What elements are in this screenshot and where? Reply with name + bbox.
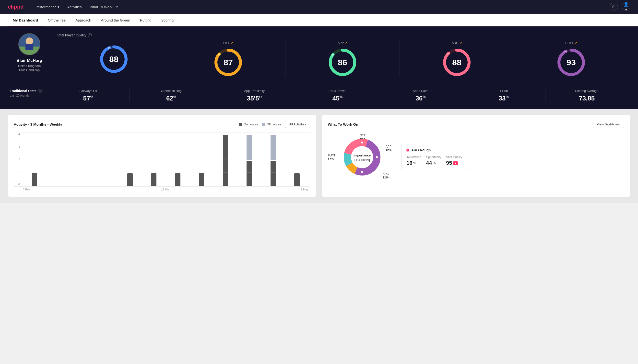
svg-rect-3 (26, 44, 33, 50)
arg-label: ARG ↗ (452, 41, 462, 45)
arg-arrow: ↗ (460, 41, 462, 45)
legend-on-course-dot (239, 123, 242, 126)
app-label: APP ↗ (338, 41, 347, 45)
stat-greens-in-reg-label: Greens In Reg (134, 89, 208, 93)
nav-activities[interactable]: Activities (67, 4, 82, 10)
bar-on-course (32, 173, 37, 186)
bar-on-course (223, 135, 228, 186)
score-card-app: APP ↗ 86 (285, 41, 400, 77)
info-metric-opportunity: Opportunity 44% (426, 156, 441, 166)
score-card-putt: PUTT ↗ 93 (514, 41, 628, 77)
bar-group (23, 135, 46, 186)
score-app-value: 86 (338, 58, 347, 67)
bar-on-course (199, 173, 204, 186)
stat-fairways-hit-label: Fairways Hit (51, 89, 126, 93)
activity-card-title: Activity - 3 Months - Weekly (14, 122, 62, 126)
what-to-work-on-card: What To Work On View Dashboard OTT 10% A… (322, 115, 630, 197)
activity-card: Activity - 3 Months - Weekly On course O… (8, 115, 316, 197)
stat-sand-save: Sand Save 36% (379, 89, 462, 102)
tab-bar: My Dashboard Off the Tee Approach Around… (0, 14, 638, 26)
score-total-value: 88 (109, 54, 118, 64)
tab-scoring[interactable]: Scoring (156, 14, 178, 26)
view-dashboard-button[interactable]: View Dashboard (593, 121, 624, 128)
stat-1-putt-label: 1 Putt (466, 89, 541, 93)
app-arrow: ↗ (345, 41, 347, 45)
tab-putting[interactable]: Putting (135, 14, 156, 26)
ott-arrow: ↗ (231, 41, 233, 45)
info-metric-shot-quality: Shot Quality 95 ▼ (446, 156, 462, 166)
stat-up-down-label: Up & Down (300, 89, 375, 93)
stat-app-proximity-value: 35'5" (217, 94, 292, 102)
add-button[interactable]: ⊕ (610, 3, 618, 11)
stat-scoring-average: Scoring Average 73.85 (545, 89, 628, 102)
stat-up-down: Up & Down 45% (296, 89, 379, 102)
svg-point-24 (361, 142, 363, 144)
score-card-arg: ARG ↗ 88 (400, 41, 514, 77)
donut-svg-container: Importance To Scoring (341, 133, 383, 182)
stat-app-proximity: App. Proximity 35'5" (213, 89, 296, 102)
info-metric-importance: Importance 16% (406, 156, 421, 166)
chart-area: 4 3 2 1 0 (14, 133, 310, 186)
grid-line-1 (21, 172, 310, 173)
stat-scoring-average-value: 73.85 (549, 94, 624, 102)
activity-card-header: Activity - 3 Months - Weekly On course O… (14, 121, 310, 128)
stats-help-icon[interactable]: ? (38, 89, 42, 93)
donut-arg: 88 (442, 48, 472, 77)
shot-quality-badge: ▼ (453, 161, 458, 165)
tpq-help-icon[interactable]: ? (88, 33, 92, 37)
stat-greens-in-reg: Greens In Reg 62% (130, 89, 213, 102)
bar-on-course (127, 173, 133, 186)
donut-total: 88 (99, 44, 129, 74)
bar-off-course (247, 135, 252, 160)
all-activities-button[interactable]: All Activities (285, 121, 310, 128)
tab-off-the-tee[interactable]: Off the Tee (43, 14, 71, 26)
player-country: United Kingdom (18, 64, 41, 68)
bar-on-course (271, 161, 276, 186)
bar-group (238, 135, 261, 186)
bar-on-course (294, 173, 300, 186)
stat-app-proximity-label: App. Proximity (217, 89, 292, 93)
bar-group (190, 135, 213, 186)
tab-my-dashboard[interactable]: My Dashboard (8, 14, 43, 26)
tab-around-the-green[interactable]: Around the Green (96, 14, 135, 26)
score-card-total: 88 (57, 44, 171, 74)
info-card-title: ARG Rough (406, 148, 462, 152)
bar-group (214, 135, 237, 186)
svg-point-25 (376, 156, 378, 158)
nav-performance[interactable]: Performance ▾ (36, 4, 60, 10)
scores-section: Total Player Quality ? 88 (57, 33, 628, 77)
info-metric-shot-quality-value: 95 ▼ (446, 160, 462, 166)
chart-x-wrapper: 7 Feb 28 Mar 9 May (21, 188, 310, 191)
stats-heading: Traditional Stats ? (10, 89, 42, 93)
score-cards: 88 OTT ↗ 87 (57, 41, 628, 77)
user-menu-button[interactable]: 👤 ▾ (622, 3, 630, 11)
stat-scoring-average-label: Scoring Average (549, 89, 624, 93)
score-card-ott: OTT ↗ 87 (171, 41, 285, 77)
putt-label: PUTT ↗ (565, 41, 577, 45)
stats-sub: Last 20 rounds (10, 94, 42, 97)
player-name: Blair McHarg (17, 58, 42, 63)
app-logo: clippd (8, 4, 24, 10)
ott-label: OTT ↗ (223, 41, 233, 45)
activity-legend: On course Off course (239, 122, 281, 126)
chart-y-labels: 4 3 2 1 0 (14, 133, 21, 186)
donut-putt: 93 (556, 48, 586, 77)
svg-point-2 (26, 38, 33, 45)
bar-group (143, 135, 165, 186)
grid-line-0 (21, 186, 310, 186)
grid-line-4 (21, 132, 310, 132)
info-card: ARG Rough Importance 16% Opportunity 44% (401, 144, 467, 170)
avatar (18, 33, 40, 55)
info-metric-opportunity-value: 44% (426, 160, 441, 166)
tpq-label: Total Player Quality ? (57, 33, 628, 37)
stat-sand-save-label: Sand Save (383, 89, 458, 93)
bar-on-course (175, 173, 180, 186)
nav-what-to-work-on[interactable]: What To Work On (90, 4, 118, 10)
legend-on-course: On course (239, 122, 258, 126)
donut-app: 86 (328, 48, 357, 77)
tab-approach[interactable]: Approach (71, 14, 96, 26)
putt-arrow: ↗ (575, 41, 577, 45)
bar-on-course (247, 161, 252, 186)
stats-row: Traditional Stats ? Last 20 rounds Fairw… (0, 84, 638, 109)
stat-1-putt-value: 33% (466, 94, 541, 102)
